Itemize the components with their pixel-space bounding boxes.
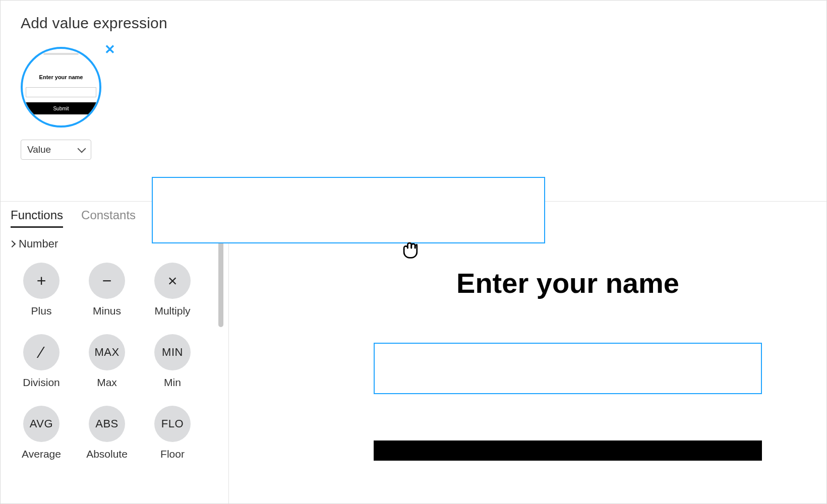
fn-label: Absolute <box>86 448 128 460</box>
page-title: Add value expression <box>21 15 806 32</box>
fn-max[interactable]: MAX Max <box>74 334 140 389</box>
fn-multiply[interactable]: × Multiply <box>140 263 205 317</box>
max-icon: MAX <box>89 334 125 370</box>
element-preview[interactable]: Enter your name Submit <box>21 47 101 128</box>
multiply-icon: × <box>154 263 191 299</box>
flo-icon: FLO <box>154 406 191 442</box>
chevron-right-icon <box>9 240 16 247</box>
chevron-down-icon <box>78 145 86 153</box>
canvas-submit-element[interactable] <box>374 440 762 461</box>
fn-label: Plus <box>31 305 52 317</box>
fn-label: Min <box>164 376 181 389</box>
sidebar-tabs: Functions Constants <box>11 208 136 228</box>
mini-input <box>26 87 96 97</box>
screen-canvas: Enter your name <box>228 201 826 503</box>
min-icon: MIN <box>154 334 191 370</box>
tab-functions[interactable]: Functions <box>11 208 63 228</box>
avg-icon: AVG <box>23 406 60 442</box>
header-region: Add value expression ✕ Enter your name S… <box>1 1 826 160</box>
preview-slot: ✕ Enter your name Submit Value <box>21 47 122 160</box>
plus-icon: + <box>23 263 60 299</box>
fn-label: Max <box>97 376 117 389</box>
minus-icon: − <box>89 263 125 299</box>
abs-icon: ABS <box>89 406 125 442</box>
close-icon[interactable]: ✕ <box>104 43 115 56</box>
fn-plus[interactable]: + Plus <box>9 263 74 317</box>
expression-drop-target[interactable] <box>152 177 545 243</box>
function-group: Number + Plus − Minus × Multiply ∕ Divis… <box>9 237 228 503</box>
functions-grid: + Plus − Minus × Multiply ∕ Division MAX <box>9 263 228 460</box>
canvas-input-element[interactable] <box>374 343 762 394</box>
fn-label: Multiply <box>154 305 190 317</box>
value-type-label: Value <box>27 144 51 155</box>
fn-absolute[interactable]: ABS Absolute <box>74 406 140 460</box>
fn-label: Average <box>22 448 61 460</box>
expression-builder-window: Add value expression ✕ Enter your name S… <box>0 0 827 504</box>
fn-min[interactable]: MIN Min <box>140 334 205 389</box>
mini-title: Enter your name <box>39 74 83 80</box>
grab-cursor-icon <box>399 237 421 262</box>
tab-constants[interactable]: Constants <box>81 208 136 228</box>
fn-label: Division <box>23 376 60 389</box>
value-type-select[interactable]: Value <box>21 140 91 160</box>
mini-screen: Enter your name Submit <box>23 49 99 125</box>
group-title: Number <box>19 237 58 250</box>
canvas-inner: Enter your name <box>349 267 786 503</box>
canvas-heading: Enter your name <box>349 267 786 299</box>
mini-submit: Submit <box>21 102 101 114</box>
division-icon: ∕ <box>23 334 60 370</box>
fn-division[interactable]: ∕ Division <box>9 334 74 389</box>
fn-average[interactable]: AVG Average <box>9 406 74 460</box>
fn-label: Minus <box>93 305 121 317</box>
fn-minus[interactable]: − Minus <box>74 263 140 317</box>
mini-topbar <box>43 53 79 55</box>
fn-label: Floor <box>160 448 185 460</box>
fn-floor[interactable]: FLO Floor <box>140 406 205 460</box>
